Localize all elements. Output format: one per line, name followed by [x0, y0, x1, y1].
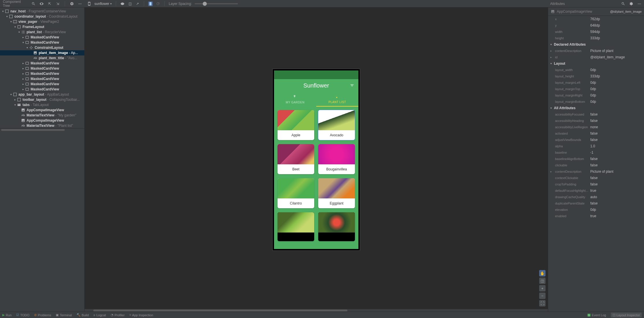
attr-row[interactable]: baselineAlignBottomfalse: [548, 156, 644, 162]
attr-row[interactable]: layout_marginTop0dp: [548, 86, 644, 92]
tree-row[interactable]: plant_item_image - Ap...: [0, 50, 84, 55]
visibility-icon[interactable]: [39, 1, 44, 6]
plant-card[interactable]: AppCompatImageViewAvocado: [318, 110, 355, 140]
attr-row[interactable]: x762dp: [548, 16, 644, 22]
attr-row[interactable]: adjustViewBoundsfalse: [548, 137, 644, 143]
attr-row[interactable]: drawingCacheQualityauto: [548, 194, 644, 200]
event-log-tab[interactable]: 1Event Log: [587, 313, 606, 317]
tree-row[interactable]: ▸MaskedCardView: [0, 76, 84, 81]
tree-row[interactable]: ▸MaskedCardView: [0, 66, 84, 71]
attr-row[interactable]: elevation0dp: [548, 207, 644, 213]
plant-card[interactable]: Bougainvillea: [318, 144, 355, 174]
attr-row[interactable]: layout_marginLeft0dp: [548, 79, 644, 86]
attr-section-header[interactable]: ▾All Attributes: [548, 105, 644, 111]
gear-icon[interactable]: [70, 1, 74, 6]
expand-arrow-icon[interactable]: ▸: [550, 56, 554, 59]
layer-spacing-slider[interactable]: [195, 3, 238, 4]
tree-arrow-icon[interactable]: ▾: [25, 46, 29, 49]
gear-icon[interactable]: [629, 1, 634, 6]
device-select[interactable]: sunflower ▾: [94, 2, 112, 6]
attr-row[interactable]: ▸contentDescriptionPicture of plant: [548, 48, 644, 54]
attr-row[interactable]: layout_marginBottom0dp: [548, 98, 644, 105]
device-icon[interactable]: [87, 1, 92, 6]
slider-thumb[interactable]: [203, 2, 207, 6]
logcat-tab[interactable]: ≡Logcat: [93, 313, 106, 317]
tree-arrow-icon[interactable]: ▾: [1, 10, 5, 13]
attr-row[interactable]: height333dp: [548, 35, 644, 41]
plant-card[interactable]: [318, 212, 355, 241]
todo-tab[interactable]: ☑TODO: [16, 313, 29, 317]
zoom-in-icon[interactable]: +: [539, 285, 546, 291]
layers-icon[interactable]: ◫: [539, 278, 546, 284]
tree-row[interactable]: ▾tabs - TabLayout: [0, 102, 84, 107]
tree-arrow-icon[interactable]: ▸: [21, 36, 25, 39]
tree-arrow-icon[interactable]: ▸: [21, 88, 25, 91]
tree-arrow-icon[interactable]: ▸: [21, 72, 25, 75]
minimize-icon[interactable]: —: [637, 1, 642, 6]
tab-plant-list[interactable]: PLANT LIST: [316, 92, 358, 107]
live-updates-icon[interactable]: [148, 1, 153, 6]
tree-row[interactable]: ▸MaskedCardView: [0, 87, 84, 92]
preview-hscroll[interactable]: [85, 309, 548, 312]
component-tree[interactable]: ▾nav_host - FragmentContainerView▾coordi…: [0, 8, 84, 128]
attr-row[interactable]: y648dp: [548, 22, 644, 29]
tree-hscroll[interactable]: [0, 128, 84, 131]
attr-section-header[interactable]: ▾Declared Attributes: [548, 41, 644, 48]
expand-arrow-icon[interactable]: ▸: [550, 49, 554, 52]
attr-row[interactable]: layout_marginRight0dp: [548, 92, 644, 98]
overlay-icon[interactable]: ◫: [128, 1, 132, 6]
collapse-icon[interactable]: ⇲: [55, 1, 60, 6]
attr-row[interactable]: baseline-1: [548, 149, 644, 156]
attr-row[interactable]: width594dp: [548, 29, 644, 35]
expand-icon[interactable]: ⇱: [47, 1, 52, 6]
attr-row[interactable]: clickablefalse: [548, 162, 644, 168]
tree-row[interactable]: ▸MaskedCardView: [0, 71, 84, 76]
attr-row[interactable]: activatedfalse: [548, 130, 644, 137]
external-icon[interactable]: ↗: [135, 1, 140, 6]
attr-row[interactable]: ▸contentDescriptionPicture of plant: [548, 168, 644, 175]
tree-row[interactable]: ▸toolbar_layout - CollapsingToolbar...: [0, 97, 84, 102]
tree-arrow-icon[interactable]: ▾: [9, 20, 13, 23]
plant-card[interactable]: Apple: [278, 110, 314, 140]
tree-row[interactable]: AppCompatImageView: [0, 107, 84, 113]
tree-arrow-icon[interactable]: ▾: [9, 93, 13, 96]
tree-row[interactable]: ▸MaskedCardView: [0, 81, 84, 87]
plant-card[interactable]: Eggplant: [318, 178, 355, 208]
tree-row[interactable]: AbMaterialTextView - "My garden": [0, 113, 84, 118]
build-tab[interactable]: 🔨Build: [77, 313, 89, 317]
tree-arrow-icon[interactable]: ▸: [21, 83, 25, 85]
attr-row[interactable]: duplicateParentStatefalse: [548, 200, 644, 207]
tree-arrow-icon[interactable]: ▸: [13, 98, 17, 101]
search-icon[interactable]: [621, 1, 626, 6]
problems-tab[interactable]: ⊘Problems: [34, 313, 51, 317]
zoom-out-icon[interactable]: −: [539, 293, 546, 299]
refresh-icon[interactable]: [156, 1, 160, 6]
plant-card[interactable]: Beet: [278, 144, 314, 174]
app-inspection-tab[interactable]: ⌗App Inspection: [129, 313, 153, 317]
tree-arrow-icon[interactable]: ▾: [5, 15, 9, 18]
tree-row[interactable]: ▾FrameLayout: [0, 24, 84, 29]
tree-row[interactable]: ▾MaskedCardView: [0, 40, 84, 45]
attr-row[interactable]: alpha1.0: [548, 143, 644, 149]
attr-row[interactable]: accessibilityLiveRegionnone: [548, 124, 644, 130]
tree-row[interactable]: ▾app_bar_layout - AppBarLayout: [0, 92, 84, 97]
profiler-tab[interactable]: ◔Profiler: [111, 313, 125, 317]
attr-row[interactable]: accessibilityFocusedfalse: [548, 111, 644, 118]
tree-row[interactable]: AppCompatImageView: [0, 118, 84, 123]
tree-row[interactable]: ▸MaskedCardView: [0, 61, 84, 66]
search-icon[interactable]: [31, 1, 36, 6]
tree-row[interactable]: ▾coordinator_layout - CoordinatorLayout: [0, 14, 84, 19]
preview-panel[interactable]: Sunflower MY GARDEN PLANT LIST AppleAppC…: [85, 8, 548, 312]
tab-my-garden[interactable]: MY GARDEN: [274, 92, 316, 107]
tree-arrow-icon[interactable]: ▾: [17, 31, 21, 34]
visibility-toggle-icon[interactable]: [120, 1, 125, 6]
minimize-icon[interactable]: —: [78, 1, 82, 6]
filter-icon[interactable]: [350, 82, 354, 89]
attr-row[interactable]: cropToPaddingfalse: [548, 181, 644, 187]
attr-row[interactable]: ▸id@id/plant_item_image: [548, 54, 644, 60]
terminal-tab[interactable]: ▣Terminal: [56, 313, 72, 317]
pan-icon[interactable]: ✋: [539, 270, 546, 276]
tree-arrow-icon[interactable]: ▾: [13, 103, 17, 106]
tree-row[interactable]: ▾nav_host - FragmentContainerView: [0, 9, 84, 14]
layout-inspector-tab[interactable]: ◫Layout Inspector: [611, 313, 642, 317]
